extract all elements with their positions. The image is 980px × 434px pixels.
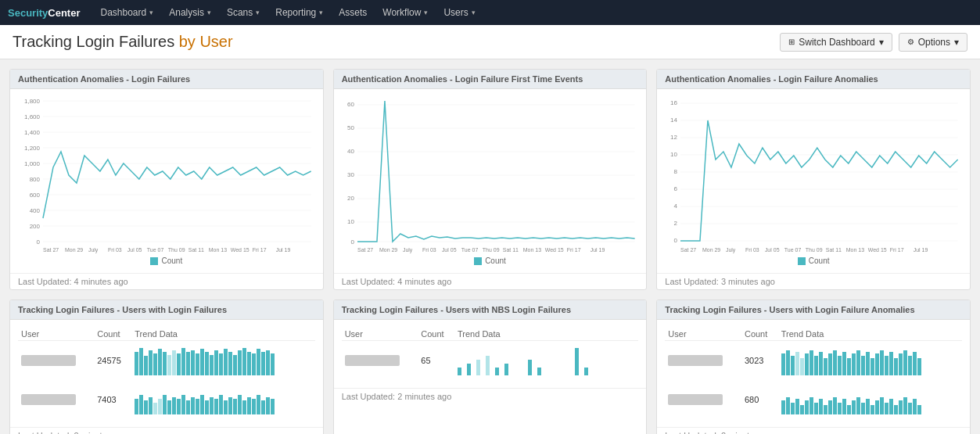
svg-text:40: 40 <box>347 148 354 155</box>
svg-rect-138 <box>228 397 232 414</box>
svg-rect-194 <box>809 397 813 414</box>
svg-rect-124 <box>163 395 167 414</box>
fa-col-user: User <box>665 328 741 341</box>
svg-rect-184 <box>903 350 907 375</box>
nav-reporting[interactable]: Reporting ▾ <box>267 0 331 25</box>
table-row: 3023 <box>665 341 962 381</box>
dashboard-grid: Authentication Anomalies - Login Failure… <box>0 59 980 434</box>
svg-rect-135 <box>214 399 218 414</box>
svg-rect-103 <box>205 352 209 375</box>
svg-rect-150 <box>476 360 480 375</box>
svg-rect-108 <box>228 352 232 375</box>
trend-cell <box>131 341 314 381</box>
fa-trend-cell-2 <box>778 380 962 419</box>
logo: SecurityCenter <box>8 7 81 19</box>
nav-users[interactable]: Users ▾ <box>436 0 483 25</box>
switch-dashboard-button[interactable]: ⊞ Switch Dashboard ▾ <box>780 33 892 52</box>
svg-rect-198 <box>828 400 832 414</box>
main-nav: SecurityCenter Dashboard ▾ Analysis ▾ Sc… <box>0 0 980 25</box>
svg-rect-180 <box>885 356 888 375</box>
login-failures-svg: 1,800 1,600 1,400 1,200 1,000 800 600 40… <box>18 97 315 253</box>
nav-scans-arrow: ▾ <box>256 9 260 16</box>
svg-rect-205 <box>861 403 865 414</box>
svg-text:Wed 15: Wed 15 <box>868 247 887 253</box>
svg-text:10: 10 <box>670 151 677 158</box>
table-row: 24575 <box>18 341 315 381</box>
svg-rect-149 <box>467 364 471 375</box>
widget-first-time-footer: Last Updated: 4 minutes ago <box>334 273 647 289</box>
svg-rect-92 <box>153 353 157 375</box>
widget-failure-anomalies-body: User Count Trend Data 3023 <box>657 320 970 427</box>
nbs-user-cell <box>342 341 418 381</box>
svg-text:14: 14 <box>670 117 677 124</box>
svg-text:800: 800 <box>30 176 41 183</box>
svg-text:6: 6 <box>674 185 678 192</box>
svg-rect-188 <box>781 400 785 414</box>
svg-rect-95 <box>167 355 171 375</box>
svg-rect-167 <box>824 358 827 375</box>
svg-rect-121 <box>149 397 153 414</box>
svg-rect-134 <box>210 397 214 414</box>
svg-text:Jul 05: Jul 05 <box>442 247 457 253</box>
svg-rect-209 <box>880 397 884 414</box>
svg-rect-90 <box>144 356 148 375</box>
svg-rect-182 <box>894 358 898 375</box>
svg-text:Fri 03: Fri 03 <box>422 247 436 253</box>
svg-text:Fri 17: Fri 17 <box>890 247 904 253</box>
svg-text:Thu 09: Thu 09 <box>168 247 185 253</box>
widget-nbs-header: Tracking Login Failures - Users with NBS… <box>334 300 647 320</box>
col-count: Count <box>94 328 131 341</box>
nav-analysis[interactable]: Analysis ▾ <box>161 0 219 25</box>
svg-rect-100 <box>191 350 195 375</box>
nav-assets[interactable]: Assets <box>331 0 375 25</box>
svg-rect-110 <box>238 350 242 375</box>
svg-rect-104 <box>210 355 214 375</box>
svg-rect-89 <box>139 348 143 375</box>
widget-anomalies-title: Authentication Anomalies - Login Failure… <box>665 74 878 84</box>
svg-text:0: 0 <box>37 239 41 246</box>
nav-reporting-arrow: ▾ <box>319 9 323 16</box>
svg-text:Tue 07: Tue 07 <box>784 247 802 253</box>
svg-text:60: 60 <box>347 101 354 108</box>
svg-rect-206 <box>866 399 870 414</box>
anomalies-svg: 16 14 12 10 8 6 4 2 0 <box>665 97 962 253</box>
widget-failure-anomalies-title: Tracking Login Failures - Users with Log… <box>665 305 914 314</box>
fa-user-cell <box>665 341 741 381</box>
svg-rect-97 <box>177 353 181 375</box>
svg-rect-207 <box>871 405 874 414</box>
svg-text:Sat 27: Sat 27 <box>43 247 59 253</box>
nav-dashboard[interactable]: Dashboard ▾ <box>93 0 162 25</box>
widget-users-login-failures-title: Tracking Login Failures - Users with Log… <box>18 305 227 314</box>
svg-rect-119 <box>139 395 143 414</box>
col-user: User <box>18 328 94 341</box>
svg-rect-105 <box>214 350 218 375</box>
svg-rect-185 <box>908 356 912 375</box>
svg-rect-147 <box>271 399 275 414</box>
first-time-updated: Last Updated: 4 minutes ago <box>342 277 452 286</box>
nbs-count-value: 65 <box>421 356 430 365</box>
svg-rect-146 <box>266 397 270 414</box>
svg-text:Sat 11: Sat 11 <box>502 247 518 253</box>
svg-rect-177 <box>871 358 874 375</box>
fa-col-count: Count <box>741 328 778 341</box>
svg-rect-157 <box>584 368 588 375</box>
svg-rect-111 <box>242 348 246 375</box>
svg-text:Mon 29: Mon 29 <box>702 247 720 253</box>
svg-rect-168 <box>828 353 832 375</box>
svg-rect-131 <box>196 399 199 414</box>
options-button[interactable]: ⚙ Options ▾ <box>899 33 967 52</box>
svg-rect-160 <box>791 356 795 375</box>
svg-text:Sat 27: Sat 27 <box>357 247 373 253</box>
nav-workflow[interactable]: Workflow ▾ <box>375 0 436 25</box>
svg-rect-109 <box>233 355 237 375</box>
widget-users-login-failures-body: User Count Trend Data 24575 <box>10 320 323 427</box>
svg-rect-141 <box>242 400 246 414</box>
svg-text:20: 20 <box>347 195 354 202</box>
svg-text:Tue 07: Tue 07 <box>461 247 479 253</box>
widget-anomalies-footer: Last Updated: 3 minutes ago <box>657 273 970 289</box>
user-cell <box>18 380 94 419</box>
nav-scans[interactable]: Scans ▾ <box>219 0 267 25</box>
widget-nbs-body: User Count Trend Data 65 <box>334 320 647 388</box>
svg-rect-193 <box>805 400 809 414</box>
svg-text:Sat 11: Sat 11 <box>826 247 842 253</box>
